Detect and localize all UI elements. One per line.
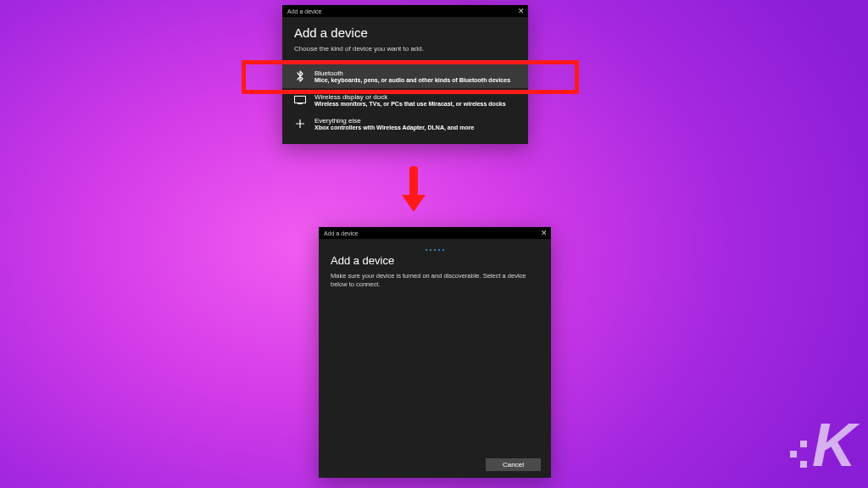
titlebar-text: Add a device (324, 230, 358, 236)
option-desc: Wireless monitors, TVs, or PCs that use … (314, 101, 506, 107)
titlebar: Add a device ✕ (282, 5, 528, 17)
dialog-body: Add a device Choose the kind of device y… (282, 17, 528, 64)
bluetooth-icon (294, 70, 306, 82)
dialog-body: Add a device Make sure your device is tu… (319, 239, 551, 301)
dialog-heading: Add a device (294, 25, 516, 40)
option-title: Bluetooth (314, 69, 510, 77)
dialog-footer: Cancel (319, 452, 551, 478)
dialog-subheading: Choose the kind of device you want to ad… (294, 45, 516, 53)
progress-dots (331, 249, 539, 251)
option-wireless-display[interactable]: Wireless display or dock Wireless monito… (282, 88, 528, 112)
dialog-heading: Add a device (331, 254, 539, 267)
display-icon (294, 96, 306, 104)
watermark-logo: K (790, 410, 853, 480)
option-text: Everything else Xbox controllers with Wi… (314, 117, 474, 130)
option-title: Everything else (314, 117, 474, 125)
titlebar-text: Add a device (287, 8, 321, 14)
cancel-button[interactable]: Cancel (486, 458, 541, 471)
option-bluetooth[interactable]: Bluetooth Mice, keyboards, pens, or audi… (282, 64, 528, 88)
add-device-dialog-step1: Add a device ✕ Add a device Choose the k… (282, 5, 528, 144)
close-icon[interactable]: ✕ (541, 230, 548, 237)
option-title: Wireless display or dock (314, 93, 506, 101)
plus-icon (294, 119, 306, 129)
add-device-dialog-step2: Add a device ✕ Add a device Make sure yo… (319, 227, 551, 478)
titlebar: Add a device ✕ (319, 227, 551, 239)
option-text: Bluetooth Mice, keyboards, pens, or audi… (314, 69, 510, 83)
option-desc: Mice, keyboards, pens, or audio and othe… (314, 77, 510, 83)
close-icon[interactable]: ✕ (518, 8, 525, 15)
option-desc: Xbox controllers with Wireless Adapter, … (314, 125, 474, 130)
annotation-arrow-down (402, 166, 426, 212)
dialog-instruction: Make sure your device is turned on and d… (331, 272, 539, 289)
option-text: Wireless display or dock Wireless monito… (314, 93, 506, 107)
svg-rect-1 (298, 103, 303, 104)
svg-rect-0 (295, 97, 306, 103)
option-everything-else[interactable]: Everything else Xbox controllers with Wi… (282, 112, 528, 136)
